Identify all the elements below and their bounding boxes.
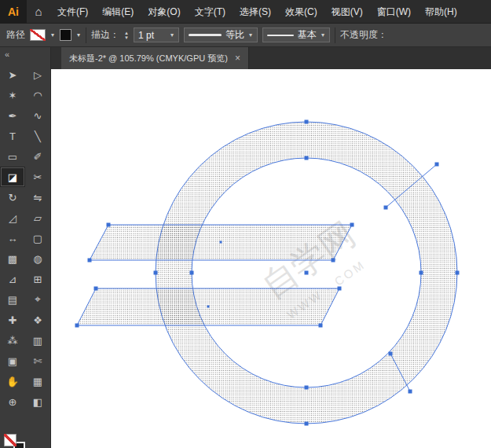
anchor-bar2-br[interactable] [319,324,323,328]
mesh-tool[interactable]: ⊞ [25,269,50,289]
stroke-weight-stepper[interactable]: ▲ ▼ [124,31,129,40]
anchor-bar2-bl[interactable] [75,324,79,328]
anchor-handle-ur-start[interactable] [384,206,388,210]
free-transform-tool[interactable]: ▢ [25,228,50,248]
fill-stroke-indicator[interactable] [4,434,27,448]
draw-mode-tool[interactable]: ◧ [25,391,50,412]
brush-dropdown-icon[interactable]: ▾ [321,31,325,39]
rectangle-tool[interactable]: ▭ [0,146,25,167]
type-tool[interactable]: T [0,126,25,146]
stroke-weight-dropdown-icon[interactable]: ▾ [170,31,174,39]
slice-tool[interactable]: ✄ [25,351,50,371]
menu-view[interactable]: 视图(V) [324,0,370,24]
magic-wand-tool[interactable]: ✶ [0,85,25,105]
tab-close-icon[interactable]: × [235,53,240,64]
menu-file[interactable]: 文件(F) [50,0,95,24]
brush-definition-dropdown[interactable]: 基本 ▾ [262,28,330,42]
menu-effect[interactable]: 效果(C) [278,0,324,24]
anchor-handle-ur-end[interactable] [435,163,439,167]
curvature-tool[interactable]: ∿ [25,105,50,126]
anchor-bar2-tl[interactable] [94,287,98,291]
symbol-sprayer-tool[interactable]: ⁂ [0,330,25,351]
column-graph-tool[interactable]: ▥ [25,330,50,351]
width-profile-dropdown-icon[interactable]: ▾ [248,31,253,39]
anchor-bar1-br[interactable] [332,259,335,263]
separator [335,28,335,43]
anchor-bar2-center[interactable] [207,306,210,308]
anchor-handle-lr-start[interactable] [389,352,393,356]
eraser-tool[interactable]: ◪ [0,167,25,187]
canvas[interactable]: 自学网 WWW · COM [51,69,491,448]
anchor-inner-bottom[interactable] [305,386,309,390]
menu-help[interactable]: 帮助(H) [418,0,464,24]
home-icon[interactable]: ⌂ [27,5,50,18]
anchor-outer-right[interactable] [456,271,460,275]
selection-tool[interactable]: ➤ [0,64,25,85]
document-tab[interactable]: 未标题-2* @ 105.79% (CMYK/GPU 预览) × [61,47,249,69]
direct-selection-tool[interactable]: ▷ [25,64,50,85]
line-segment-tool[interactable]: ╲ [25,126,50,146]
blend-icon: ❖ [33,314,42,326]
fill-none-swatch[interactable] [30,29,46,41]
anchor-bar1-tr[interactable] [350,223,354,227]
artwork: 自学网 WWW · COM [51,69,491,448]
rotate-tool[interactable]: ↻ [0,187,25,207]
shape-builder-tool[interactable]: ▩ [0,248,25,269]
menu-object[interactable]: 对象(O) [141,0,187,24]
anchor-bar1-tl[interactable] [107,223,111,227]
menu-edit[interactable]: 编辑(E) [95,0,141,24]
spin-down-icon[interactable]: ▼ [124,35,129,40]
scissors-tool[interactable]: ✂ [25,167,50,187]
pen-icon: ✒ [9,110,17,122]
stroke-dropdown-icon[interactable]: ▾ [76,31,81,39]
hand-tool[interactable]: ✋ [0,371,25,391]
brush-preview [267,35,294,36]
print-tiling-tool[interactable]: ▦ [25,371,50,391]
lasso-tool[interactable]: ◠ [25,85,50,105]
illustrator-logo[interactable]: Ai [0,0,27,24]
paintbrush-icon: ✐ [34,151,42,163]
fill-dropdown-icon[interactable]: ▾ [50,31,55,39]
stroke-color-swatch[interactable] [60,29,71,41]
menu-select[interactable]: 选择(S) [233,0,278,24]
pen-tool[interactable]: ✒ [0,105,25,126]
measure-tool[interactable]: ✚ [0,310,25,330]
eyedropper-tool[interactable]: ⌖ [25,289,50,310]
rectangle-icon: ▭ [8,151,17,163]
width-icon: ↔ [8,233,18,244]
anchor-inner-top[interactable] [305,156,309,160]
scale-tool[interactable]: ◿ [0,207,25,228]
anchor-bar2-tr[interactable] [338,287,342,291]
anchor-outer-left[interactable] [154,271,158,275]
artboard-tool[interactable]: ▣ [0,351,25,371]
tools-panel: « ➤▷✶◠✒∿T╲▭✐◪✂↻⇋◿▱↔▢▩◍⊿⊞▤⌖✚❖⁂▥▣✄✋▦⊕◧ [0,47,51,448]
menu-type[interactable]: 文字(T) [188,0,233,24]
anchor-outer-top[interactable] [305,120,309,124]
separator [86,28,86,43]
panel-collapse-icon[interactable]: « [0,47,50,64]
blend-tool[interactable]: ❖ [25,310,50,330]
anchor-bar1-bl[interactable] [88,259,92,263]
path-label: 路径 [6,28,25,42]
shear-tool[interactable]: ▱ [25,207,50,228]
width-profile-dropdown[interactable]: 等比 ▾ [184,28,258,42]
live-paint-bucket-tool[interactable]: ◍ [25,248,50,269]
anchor-inner-right[interactable] [420,271,423,275]
perspective-grid-tool[interactable]: ⊿ [0,269,25,289]
fill-color-box[interactable] [4,434,16,446]
stroke-weight-field[interactable]: 1 pt ▾ [134,28,179,42]
anchor-outer-bottom[interactable] [305,422,309,426]
anchor-handle-lr-end[interactable] [409,390,412,394]
paintbrush-tool[interactable]: ✐ [25,146,50,167]
reflect-tool[interactable]: ⇋ [25,187,50,207]
width-tool[interactable]: ↔ [0,228,25,248]
gradient-tool[interactable]: ▤ [0,289,25,310]
anchor-center[interactable] [305,271,309,275]
stroke-weight-value: 1 pt [138,30,154,41]
scissors-icon: ✂ [34,171,42,183]
anchor-bar1-center[interactable] [220,241,222,244]
stroke-weight-label: 描边： [91,28,119,42]
zoom-tool[interactable]: ⊕ [0,391,25,412]
anchor-inner-left[interactable] [190,271,194,275]
menu-window[interactable]: 窗口(W) [370,0,418,24]
